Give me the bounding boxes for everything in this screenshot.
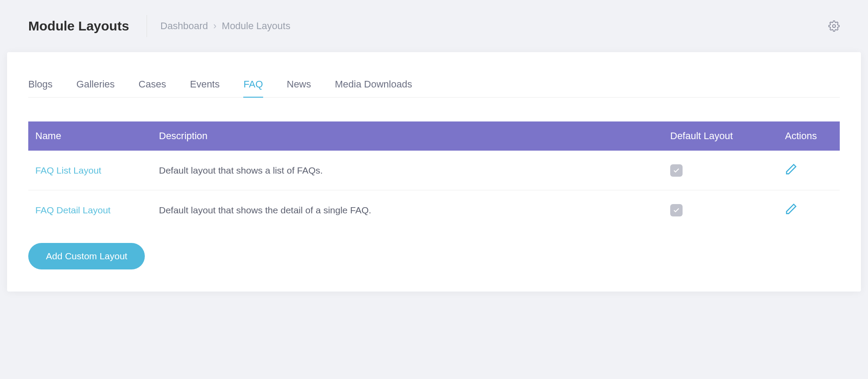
tab-cases[interactable]: Cases — [139, 79, 166, 97]
add-custom-layout-button[interactable]: Add Custom Layout — [28, 243, 145, 269]
layout-description: Default layout that shows a list of FAQs… — [152, 151, 663, 190]
th-actions: Actions — [778, 121, 840, 151]
table-row: FAQ Detail LayoutDefault layout that sho… — [28, 190, 840, 230]
layouts-table: Name Description Default Layout Actions … — [28, 121, 840, 230]
th-description: Description — [152, 121, 663, 151]
tab-events[interactable]: Events — [190, 79, 219, 97]
tab-news[interactable]: News — [287, 79, 311, 97]
pencil-icon[interactable] — [785, 203, 797, 215]
breadcrumb: Dashboard › Module Layouts — [147, 20, 290, 32]
gear-icon[interactable] — [828, 20, 840, 32]
content-card: BlogsGalleriesCasesEventsFAQNewsMedia Do… — [7, 52, 861, 292]
page-header: Module Layouts Dashboard › Module Layout… — [7, 0, 861, 52]
tab-blogs[interactable]: Blogs — [28, 79, 53, 97]
th-name: Name — [28, 121, 152, 151]
page-title: Module Layouts — [28, 19, 147, 34]
pencil-icon[interactable] — [785, 163, 797, 175]
th-default-layout: Default Layout — [663, 121, 778, 151]
svg-point-0 — [833, 25, 836, 28]
tab-galleries[interactable]: Galleries — [76, 79, 115, 97]
tabs: BlogsGalleriesCasesEventsFAQNewsMedia Do… — [28, 79, 840, 98]
tab-faq[interactable]: FAQ — [243, 79, 263, 97]
layout-name-link[interactable]: FAQ List Layout — [35, 165, 101, 175]
tab-media-downloads[interactable]: Media Downloads — [335, 79, 412, 97]
default-layout-checkbox[interactable] — [670, 164, 683, 177]
breadcrumb-root[interactable]: Dashboard — [160, 20, 208, 32]
chevron-right-icon: › — [213, 20, 216, 32]
breadcrumb-current: Module Layouts — [222, 20, 290, 32]
table-row: FAQ List LayoutDefault layout that shows… — [28, 151, 840, 190]
layout-name-link[interactable]: FAQ Detail Layout — [35, 205, 110, 215]
default-layout-checkbox[interactable] — [670, 204, 683, 216]
layout-description: Default layout that shows the detail of … — [152, 190, 663, 230]
